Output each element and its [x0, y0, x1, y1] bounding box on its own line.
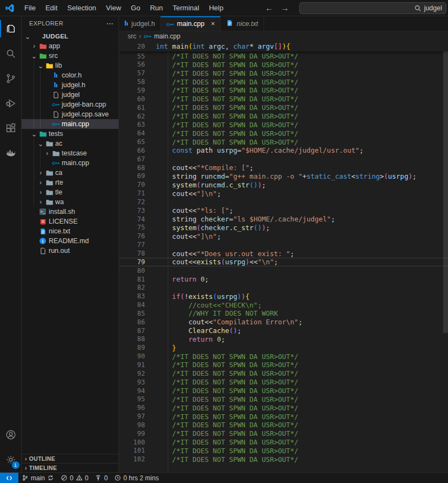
tree-item-wa[interactable]: ›wa — [22, 197, 118, 207]
code-line-94[interactable]: 94 /*IT DOES NOT SPWN DA USR>OUT*/ — [119, 387, 448, 395]
code-line-88[interactable]: 88 return 0; — [119, 335, 448, 344]
code-line-102[interactable]: 102 /*IT DOES NOT SPWN DA USR>OUT*/ — [119, 455, 448, 464]
code-line-80[interactable]: 80 — [119, 266, 448, 275]
code-line-57[interactable]: 57 /*IT DOES NOT SPWN DA USR>OUT*/ — [119, 69, 448, 77]
menu-selection[interactable]: Selection — [62, 2, 101, 14]
code-line-63[interactable]: 63 /*IT DOES NOT SPWN DA USR>OUT*/ — [119, 120, 448, 129]
tree-item-src[interactable]: ⌄src — [22, 51, 118, 61]
code-line-96[interactable]: 96 /*IT DOES NOT SPWN DA USR>OUT*/ — [119, 403, 448, 412]
time-tracker-status[interactable]: 0 hrs 2 mins — [111, 473, 162, 483]
tree-item-license[interactable]: LICENSE — [22, 217, 118, 226]
tree-item-run.out[interactable]: run.out — [22, 246, 118, 256]
menu-file[interactable]: File — [19, 2, 41, 14]
menu-run[interactable]: Run — [145, 2, 168, 14]
code-line-86[interactable]: 86 cout<<"Compilation Error\n"; — [119, 318, 448, 327]
code-line-68[interactable]: 68 cout<<"*Compile: ["; — [119, 164, 448, 172]
breadcrumb-folder[interactable]: src — [128, 32, 136, 40]
code-line-97[interactable]: 97 /*IT DOES NOT SPWN DA USR>OUT*/ — [119, 412, 448, 421]
tree-item-install.sh[interactable]: >_install.sh — [22, 207, 118, 217]
tree-item-main.cpp[interactable]: C++main.cpp — [22, 119, 118, 129]
code-line-60[interactable]: 60 /*IT DOES NOT SPWN DA USR>OUT*/ — [119, 95, 448, 103]
source-control-icon[interactable] — [0, 66, 22, 91]
menu-edit[interactable]: Edit — [41, 2, 62, 14]
command-center-search[interactable]: judgel — [299, 2, 446, 14]
remote-indicator[interactable] — [0, 473, 18, 483]
code-line-79[interactable]: 79 cout<<exists(usrpg)<<"\n"; — [119, 258, 448, 266]
code-line-92[interactable]: 92 /*IT DOES NOT SPWN DA USR>OUT*/ — [119, 369, 448, 378]
code-line-93[interactable]: 93 /*IT DOES NOT SPWN DA USR>OUT*/ — [119, 378, 448, 387]
tree-item-judgel.cpp.save[interactable]: judgel.cpp.save — [22, 109, 118, 119]
code-line-66[interactable]: 66 const path usrpg="$HOME/.cache/judgel… — [119, 146, 448, 155]
tree-item-judgel[interactable]: ⌄JUDGEL — [22, 31, 118, 41]
tree-item-ca[interactable]: ›ca — [22, 168, 118, 178]
code-line-65[interactable]: 65 /*IT DOES NOT SPWN DA USR>OUT*/ — [119, 138, 448, 146]
forward-arrow-icon[interactable]: → — [281, 3, 289, 12]
tree-item-color.h[interactable]: hcolor.h — [22, 70, 118, 80]
problems-status[interactable]: 0 0 — [57, 473, 91, 483]
code-line-74[interactable]: 74 string checker="ls $HOME/.cache/judge… — [119, 215, 448, 224]
code-line-69[interactable]: 69 string runcmd="g++ main.cpp -o "+stat… — [119, 172, 448, 181]
code-line-72[interactable]: 72 — [119, 198, 448, 206]
code-line-85[interactable]: 85 //WHY IT DOES NOT WORK — [119, 309, 448, 318]
tree-item-ac[interactable]: ⌄ac — [22, 139, 118, 148]
menu-view[interactable]: View — [101, 2, 126, 14]
code-line-67[interactable]: 67 — [119, 155, 448, 164]
code-line-95[interactable]: 95 /*IT DOES NOT SPWN DA USR>OUT*/ — [119, 395, 448, 403]
tree-item-judgel.h[interactable]: hjudgel.h — [22, 80, 118, 90]
tree-item-lib[interactable]: ⌄lib — [22, 61, 118, 70]
code-line-99[interactable]: 99 /*IT DOES NOT SPWN DA USR>OUT*/ — [119, 429, 448, 438]
outline-panel-header[interactable]: › OUTLINE — [22, 454, 118, 463]
code-line-83[interactable]: 83 if(!exists(usrpg)){ — [119, 292, 448, 301]
code-editor[interactable]: 53 cout << "Compiling program...\n\n";54… — [119, 41, 448, 472]
code-line-98[interactable]: 98 /*IT DOES NOT SPWN DA USR>OUT*/ — [119, 421, 448, 429]
tree-item-nice.txt[interactable]: nice.txt — [22, 226, 118, 236]
breadcrumb-file[interactable]: main.cpp — [154, 32, 181, 40]
close-icon[interactable]: × — [211, 19, 215, 28]
docker-icon[interactable] — [0, 141, 22, 166]
code-line-101[interactable]: 101 /*IT DOES NOT SPWN DA USR>OUT*/ — [119, 447, 448, 455]
menu-help[interactable]: Help — [204, 2, 228, 14]
code-line-89[interactable]: 89 } — [119, 343, 448, 352]
run-debug-icon[interactable] — [0, 91, 22, 116]
scrollbar-slider[interactable] — [443, 51, 448, 333]
accounts-icon[interactable] — [0, 422, 22, 447]
tree-item-rte[interactable]: ›rte — [22, 178, 118, 187]
code-line-70[interactable]: 70 system(runcmd.c_str()); — [119, 180, 448, 189]
menu-go[interactable]: Go — [126, 2, 145, 14]
code-line-87[interactable]: 87 ClearCache(); — [119, 327, 448, 335]
tab-judgel.h[interactable]: hjudgel.h — [119, 16, 161, 31]
back-arrow-icon[interactable]: ← — [265, 3, 273, 12]
code-line-61[interactable]: 61 /*IT DOES NOT SPWN DA USR>OUT*/ — [119, 103, 448, 112]
code-line-90[interactable]: 90 /*IT DOES NOT SPWN DA USR>OUT*/ — [119, 352, 448, 361]
code-line-78[interactable]: 78 cout<<"*Does usr.out exist: "; — [119, 249, 448, 258]
code-line-82[interactable]: 82 — [119, 283, 448, 292]
tree-item-tle[interactable]: ›tle — [22, 187, 118, 197]
code-line-81[interactable]: 81 return 0; — [119, 275, 448, 284]
code-line-91[interactable]: 91 /*IT DOES NOT SPWN DA USR>OUT*/ — [119, 361, 448, 369]
tree-item-readme.md[interactable]: iREADME.md — [22, 236, 118, 246]
code-line-56[interactable]: 56 /*IT DOES NOT SPWN DA USR>OUT*/ — [119, 61, 448, 69]
sticky-scroll-line[interactable]: 20 int main(int argc, char* argv[]){ — [119, 41, 448, 51]
code-line-84[interactable]: 84 //cout<<"CHECK\n"; — [119, 301, 448, 309]
code-line-59[interactable]: 59 /*IT DOES NOT SPWN DA USR>OUT*/ — [119, 86, 448, 95]
code-line-73[interactable]: 73 cout<<"*ls: ["; — [119, 206, 448, 215]
code-line-64[interactable]: 64 /*IT DOES NOT SPWN DA USR>OUT*/ — [119, 129, 448, 138]
code-line-71[interactable]: 71 cout<<"]\n"; — [119, 189, 448, 198]
menu-terminal[interactable]: Terminal — [168, 2, 204, 14]
code-line-76[interactable]: 76 cout<<"]\n"; — [119, 232, 448, 240]
more-actions-icon[interactable]: ⋯ — [106, 19, 114, 28]
tab-main.cpp[interactable]: C++main.cpp× — [161, 16, 221, 31]
code-line-58[interactable]: 58 /*IT DOES NOT SPWN DA USR>OUT*/ — [119, 77, 448, 86]
code-line-75[interactable]: 75 system(checker.c_str()); — [119, 224, 448, 232]
code-line-77[interactable]: 77 — [119, 240, 448, 249]
git-branch-status[interactable]: main — [18, 473, 57, 483]
code-line-100[interactable]: 100 /*IT DOES NOT SPWN DA USR>OUT*/ — [119, 438, 448, 447]
tab-nice.txt[interactable]: nice.txt — [221, 16, 264, 31]
timeline-panel-header[interactable]: › TIMELINE — [22, 463, 118, 472]
code-line-62[interactable]: 62 /*IT DOES NOT SPWN DA USR>OUT*/ — [119, 112, 448, 121]
tree-item-app[interactable]: ›app — [22, 41, 118, 51]
extensions-icon[interactable] — [0, 116, 22, 141]
tree-item-judgel[interactable]: judgel — [22, 90, 118, 100]
ports-status[interactable]: 0 — [91, 473, 111, 483]
settings-gear-icon[interactable]: 1 — [0, 447, 22, 472]
